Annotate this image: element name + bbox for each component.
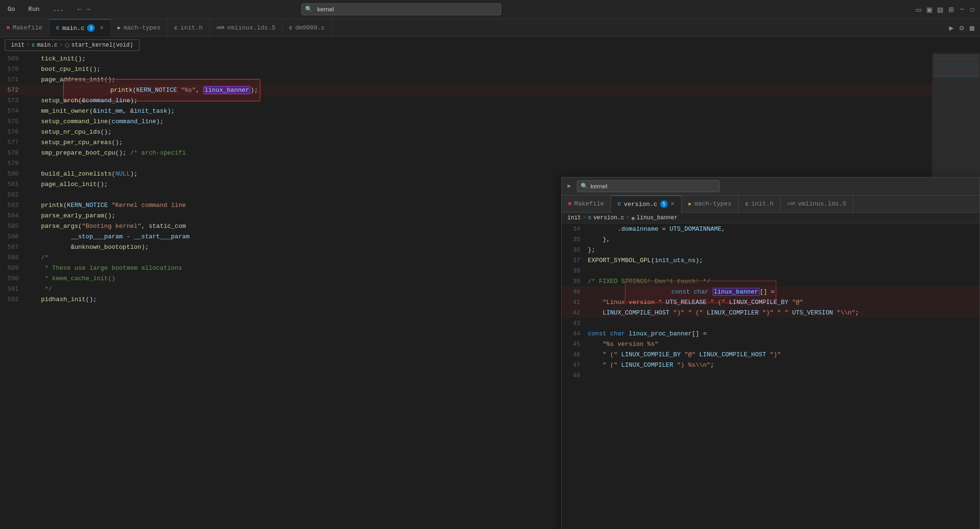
peek-init-label: init.h: [752, 200, 774, 207]
peek-mach-icon: ►: [688, 201, 692, 207]
peek-breadcrumb: init > C version.c > ◉ linux_banner: [562, 213, 980, 224]
nav-buttons: ← →: [77, 5, 90, 14]
table-row: 574 mm_init_owner(&init_mm, &init_task);: [0, 106, 932, 116]
table-row: 578 smp_prepare_boot_cpu(); /* arch-spec…: [0, 147, 932, 158]
peek-tab-init-h[interactable]: C init.h: [739, 196, 781, 213]
table-row: 45 "%s version %s": [562, 339, 980, 349]
title-bar: Go Run ... ← → 🔍 ▭ ▣ ▤ ⊞ − ◻: [0, 0, 980, 19]
tab-main-c-label: main.c: [62, 25, 85, 32]
table-row: 36 };: [562, 245, 980, 255]
layout-icon-3[interactable]: ▤: [938, 4, 943, 15]
peek-code-area: 34 .domainname = UTS_DOMAINNAME, 35 }, 3…: [562, 224, 980, 529]
search-input[interactable]: [301, 3, 501, 15]
layout-icon-2[interactable]: ▣: [927, 4, 932, 15]
peek-tab-bar: M Makefile C version.c 5 × ► mach-types …: [562, 196, 980, 213]
restore-button[interactable]: ◻: [970, 5, 974, 13]
minimize-button[interactable]: −: [960, 5, 965, 14]
table-row: 37 EXPORT_SYMBOL_GPL(init_uts_ns);: [562, 255, 980, 265]
main-c-icon: C: [56, 25, 59, 31]
table-row: 575 setup_command_line(command_line);: [0, 116, 932, 127]
vmlinux-icon: ASM: [217, 26, 224, 30]
layout-icon-4[interactable]: ⊞: [949, 4, 954, 15]
menu-more[interactable]: ...: [51, 5, 66, 14]
peek-search-wrapper: 🔍: [577, 180, 720, 192]
peek-version-c-badge: 5: [660, 200, 668, 208]
breadcrumb-container: init > C main.c > ⬡ start_kernel(void): [0, 37, 980, 53]
pbc-version-c: version.c: [594, 215, 624, 221]
breadcrumb: init > C main.c > ⬡ start_kernel(void): [5, 39, 139, 51]
bc-function: start_kernel(void): [71, 42, 133, 49]
tab-dm9000-label: dm9000.c: [295, 24, 325, 31]
menu-bar: Go Run ...: [6, 5, 66, 14]
dm9000-icon: C: [289, 25, 293, 31]
table-row: 43: [562, 318, 980, 328]
bc-cube-icon: ⬡: [65, 42, 69, 49]
gear-icon[interactable]: ⚙: [960, 23, 964, 33]
peek-panel: ► 🔍 M Makefile C version.c 5 × ► mach-ty…: [561, 177, 980, 529]
run-icon[interactable]: ▶: [949, 23, 954, 33]
table-row: 34 .domainname = UTS_DOMAINNAME,: [562, 224, 980, 234]
peek-version-c-label: version.c: [624, 201, 657, 208]
pbc-linux-banner: linux_banner: [636, 215, 677, 221]
bc-c-icon: C: [32, 42, 35, 48]
peek-search-input[interactable]: [577, 180, 720, 192]
mach-types-icon: ►: [118, 25, 121, 31]
table-row: 35 },: [562, 234, 980, 245]
layout-icon-1[interactable]: ▭: [916, 4, 921, 15]
table-row: 40 const char linux_banner[] =: [562, 286, 980, 297]
peek-tab-makefile[interactable]: M Makefile: [562, 196, 611, 213]
peek-version-c-icon: C: [618, 201, 621, 207]
menu-go[interactable]: Go: [6, 5, 17, 14]
peek-tab-vmlinux[interactable]: ASM vmlinux.lds.S: [781, 196, 853, 213]
tab-makefile-label: Makefile: [13, 24, 42, 31]
peek-makefile-icon: M: [568, 201, 572, 207]
search-icon: 🔍: [305, 6, 312, 13]
tab-makefile[interactable]: M Makefile: [0, 19, 49, 37]
tab-mach-types-label: mach-types: [123, 24, 160, 31]
tab-vmlinux-label: vmlinux.lds.S: [227, 24, 275, 31]
tab-bar-right: ▶ ⚙ ▦: [949, 23, 980, 33]
table-row: 44 const char linux_proc_banner[] =: [562, 328, 980, 339]
pbc-init: init: [567, 215, 581, 221]
pbc-symbol-icon: ◉: [632, 215, 635, 221]
tab-init-h[interactable]: C init.h: [168, 19, 209, 37]
peek-header: ► 🔍: [562, 177, 980, 196]
bc-main-c: main.c: [37, 42, 58, 49]
tab-bar: M Makefile C main.c 3 × ► mach-types C i…: [0, 19, 980, 37]
table-row: 48: [562, 370, 980, 381]
peek-vmlinux-label: vmlinux.lds.S: [798, 200, 846, 207]
peek-search-icon: 🔍: [581, 183, 588, 190]
global-search: 🔍: [301, 3, 501, 15]
table-row: 579: [0, 158, 932, 168]
nav-back[interactable]: ←: [77, 5, 82, 14]
table-row: 47 " (" LINUX_COMPILER ") %s\\n";: [562, 360, 980, 370]
table-row: 577 setup_per_cpu_areas();: [0, 137, 932, 147]
tab-dm9000-c[interactable]: C dm9000.c: [283, 19, 332, 37]
table-row: 569 tick_init();: [0, 53, 932, 64]
editor-container: 569 tick_init(); 570 boot_cpu_init(); 57…: [0, 53, 980, 529]
makefile-icon: M: [7, 25, 10, 31]
nav-forward[interactable]: →: [86, 5, 90, 14]
init-h-icon: C: [174, 25, 178, 31]
peek-init-icon: C: [745, 201, 749, 207]
tab-vmlinux-lds[interactable]: ASM vmlinux.lds.S: [210, 19, 283, 37]
tab-main-c[interactable]: C main.c 3 ×: [49, 19, 111, 37]
bc-init: init: [11, 42, 25, 49]
menu-run[interactable]: Run: [27, 5, 41, 14]
tab-mach-types[interactable]: ► mach-types: [111, 19, 168, 37]
peek-arrow: ►: [567, 183, 571, 190]
title-bar-right: ▭ ▣ ▤ ⊞ − ◻: [916, 4, 974, 15]
peek-tab-mach-types[interactable]: ► mach-types: [682, 196, 739, 213]
peek-makefile-label: Makefile: [574, 200, 604, 207]
table-row: 572 printk(KERN_NOTICE "%s", linux_banne…: [0, 85, 932, 95]
peek-tab-close[interactable]: ×: [671, 200, 674, 208]
peek-tab-version-c[interactable]: C version.c 5 ×: [611, 196, 682, 213]
tab-main-c-close[interactable]: ×: [99, 24, 103, 32]
table-row: 576 setup_nr_cpu_ids();: [0, 127, 932, 137]
tab-init-h-label: init.h: [180, 24, 203, 31]
table-row: 42 LINUX_COMPILE_HOST ")" " (" LINUX_COM…: [562, 307, 980, 318]
tab-main-c-badge: 3: [87, 24, 95, 32]
pbc-c-icon: C: [588, 215, 592, 221]
table-row: 46 " (" LINUX_COMPILE_BY "@" LINUX_COMPI…: [562, 349, 980, 360]
split-editor-icon[interactable]: ▦: [970, 23, 974, 33]
